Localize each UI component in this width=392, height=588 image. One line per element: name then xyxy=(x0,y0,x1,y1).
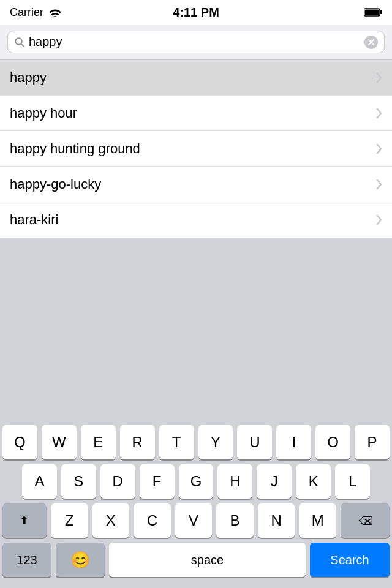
search-icon xyxy=(14,37,25,48)
key-k[interactable]: K xyxy=(296,464,331,499)
key-t[interactable]: T xyxy=(159,425,194,459)
key-i[interactable]: I xyxy=(276,425,311,459)
chevron-right-icon xyxy=(376,179,382,190)
suggestion-item[interactable]: hara-kiri xyxy=(0,202,392,238)
battery-icon xyxy=(364,7,382,17)
suggestion-text: happy hunting ground xyxy=(10,141,140,157)
key-c[interactable]: C xyxy=(134,503,171,538)
keyboard-row-2: A S D F G H J K L xyxy=(0,459,392,499)
svg-rect-2 xyxy=(365,10,379,15)
keyboard-row-1: Q W E R T Y U I O P xyxy=(0,420,392,459)
suggestion-text: hara-kiri xyxy=(10,212,58,228)
numbers-key[interactable]: 123 xyxy=(2,543,51,577)
suggestion-item[interactable]: happy hour xyxy=(0,96,392,131)
key-p[interactable]: P xyxy=(355,425,390,459)
shift-key[interactable]: ⬆ xyxy=(2,503,47,538)
clear-button[interactable] xyxy=(364,36,378,49)
key-e[interactable]: E xyxy=(81,425,116,459)
key-m[interactable]: M xyxy=(299,503,336,538)
status-time: 4:11 PM xyxy=(173,6,219,20)
chevron-right-icon xyxy=(376,143,382,154)
key-y[interactable]: Y xyxy=(198,425,233,459)
key-l[interactable]: L xyxy=(335,464,370,499)
key-x[interactable]: X xyxy=(92,503,130,538)
key-w[interactable]: W xyxy=(42,425,77,459)
search-key[interactable]: Search xyxy=(310,543,390,577)
key-o[interactable]: O xyxy=(315,425,350,459)
keyboard-row-4: 123 😊 space Search xyxy=(0,538,392,588)
suggestion-item[interactable]: happy xyxy=(0,60,392,96)
search-bar xyxy=(0,24,392,60)
key-j[interactable]: J xyxy=(257,464,292,499)
keyboard: Q W E R T Y U I O P A S D F G H J K L ⬆ … xyxy=(0,420,392,588)
key-z[interactable]: Z xyxy=(51,503,88,538)
key-s[interactable]: S xyxy=(61,464,96,499)
chevron-right-icon xyxy=(376,214,382,225)
key-h[interactable]: H xyxy=(217,464,252,499)
suggestion-text: happy xyxy=(10,70,47,86)
suggestion-item[interactable]: happy-go-lucky xyxy=(0,167,392,202)
carrier-label: Carrier xyxy=(10,6,43,19)
keyboard-row-3: ⬆ Z X C V B N M xyxy=(0,499,392,538)
key-n[interactable]: N xyxy=(258,503,295,538)
suggestion-text: happy-go-lucky xyxy=(10,176,101,192)
chevron-right-icon xyxy=(376,72,382,83)
delete-icon xyxy=(357,514,373,527)
status-left: Carrier xyxy=(10,6,62,19)
key-r[interactable]: R xyxy=(120,425,155,459)
shift-icon: ⬆ xyxy=(20,514,29,527)
emoji-key[interactable]: 😊 xyxy=(56,543,105,577)
key-f[interactable]: F xyxy=(140,464,175,499)
chevron-right-icon xyxy=(376,108,382,119)
space-key[interactable]: space xyxy=(109,543,306,577)
key-d[interactable]: D xyxy=(100,464,135,499)
suggestions-list: happy happy hour happy hunting ground ha… xyxy=(0,60,392,238)
key-g[interactable]: G xyxy=(179,464,214,499)
key-u[interactable]: U xyxy=(237,425,272,459)
svg-rect-1 xyxy=(380,10,382,14)
key-a[interactable]: A xyxy=(22,464,57,499)
svg-line-4 xyxy=(21,43,24,47)
status-bar: Carrier 4:11 PM xyxy=(0,0,392,24)
key-b[interactable]: B xyxy=(216,503,254,538)
search-input[interactable] xyxy=(29,35,361,49)
status-right xyxy=(364,7,382,17)
close-icon xyxy=(368,39,375,46)
key-q[interactable]: Q xyxy=(2,425,37,459)
suggestion-item[interactable]: happy hunting ground xyxy=(0,131,392,167)
delete-key[interactable] xyxy=(341,503,390,538)
wifi-icon xyxy=(48,7,62,17)
search-input-wrap[interactable] xyxy=(7,31,385,53)
suggestion-text: happy hour xyxy=(10,105,77,121)
key-v[interactable]: V xyxy=(175,503,213,538)
